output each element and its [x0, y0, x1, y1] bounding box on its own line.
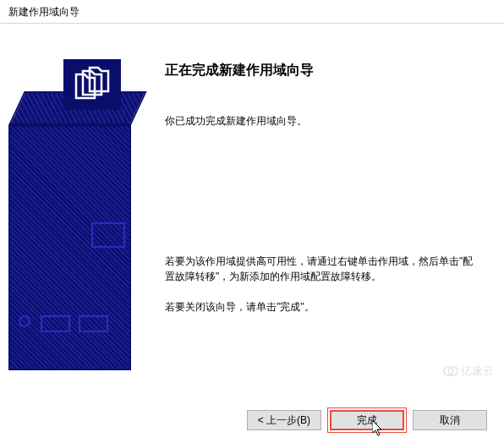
back-button[interactable]: < 上一步(B) — [247, 410, 321, 430]
success-message: 你已成功完成新建作用域向导。 — [165, 113, 479, 129]
close-instruction: 若要关闭该向导，请单击"完成"。 — [165, 299, 479, 314]
server-power-button — [19, 315, 30, 327]
cancel-button[interactable]: 取消 — [413, 410, 487, 430]
window-title: 新建作用域向导 — [8, 6, 79, 18]
server-drive-bay-2 — [79, 315, 108, 332]
window-titlebar: 新建作用域向导 — [0, 0, 504, 24]
server-panel-detail — [91, 222, 125, 248]
server-drive-bay-1 — [41, 315, 70, 332]
watermark-text: 亿速云 — [461, 364, 494, 379]
finish-button[interactable]: 完成 — [330, 410, 404, 430]
server-front-face — [8, 125, 131, 370]
content-area: 正在完成新建作用域向导 你已成功完成新建作用域向导。 若要为该作用域提供高可用性… — [0, 24, 504, 396]
wizard-main-panel: 正在完成新建作用域向导 你已成功完成新建作用域向导。 若要为该作用域提供高可用性… — [140, 24, 504, 396]
spacer — [165, 144, 479, 254]
availability-message: 若要为该作用域提供高可用性，请通过右键单击作用域，然后单击"配置故障转移"，为新… — [165, 254, 479, 284]
server-graphic — [0, 24, 140, 375]
watermark-logo-icon — [443, 364, 458, 379]
page-heading: 正在完成新建作用域向导 — [165, 62, 479, 79]
wizard-sidebar — [0, 24, 140, 396]
watermark: 亿速云 — [443, 364, 494, 379]
wizard-footer: < 上一步(B) 完成 取消 — [247, 410, 487, 430]
folders-icon — [71, 66, 113, 104]
folder-icon-box — [63, 59, 121, 110]
